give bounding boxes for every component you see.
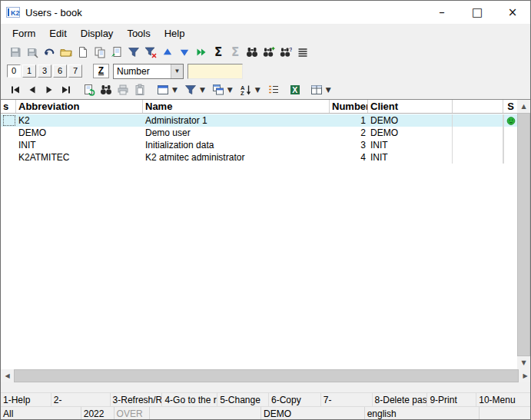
main-toolbar: Σ Σ ?	[1, 42, 530, 62]
column-header-name[interactable]: Name	[143, 100, 330, 113]
binoculars-add-icon[interactable]	[261, 45, 277, 61]
paste-icon[interactable]	[131, 81, 148, 98]
fkey-1-help[interactable]: 1-Help	[1, 393, 51, 406]
page-tab-3[interactable]: 3	[38, 64, 51, 78]
column-header-client[interactable]: Client	[368, 100, 453, 113]
sort-select-button[interactable]: AZ ▼	[237, 81, 261, 98]
status-year: 2022	[81, 407, 114, 419]
move-down-icon[interactable]	[176, 45, 193, 61]
form-select-button[interactable]: ▼	[210, 81, 233, 98]
fkey-10-menu[interactable]: 10-Menu	[476, 393, 530, 406]
scroll-down-icon[interactable]: ▼	[517, 356, 530, 369]
sum-icon[interactable]: Σ	[210, 45, 227, 61]
find-icon[interactable]	[98, 81, 114, 98]
fkey-5-change[interactable]: 5-Change	[217, 393, 269, 406]
column-header-s[interactable]: s	[1, 100, 16, 113]
menu-bar: Form Edit Display Tools Help	[1, 24, 530, 42]
focus-rect	[4, 116, 15, 125]
column-header-status[interactable]: S	[503, 100, 519, 113]
k2-app-icon: K2	[6, 6, 20, 18]
page-tab-1[interactable]: 1	[22, 64, 36, 78]
chevron-down-icon: ▼	[227, 86, 233, 94]
menu-form[interactable]: Form	[5, 25, 42, 41]
sort-z-button[interactable]: Z	[93, 64, 109, 78]
export-excel-button[interactable]: X	[287, 81, 304, 98]
open-folder-icon[interactable]	[58, 45, 75, 61]
save-record-icon[interactable]	[24, 45, 41, 61]
cell-blank	[453, 114, 503, 127]
table-row[interactable]: DEMO Demo user 2 DEMO	[1, 127, 519, 139]
scroll-right-icon[interactable]: ▶	[519, 369, 531, 382]
page-tab-7[interactable]: 7	[68, 64, 82, 78]
quick-search-input[interactable]	[188, 64, 243, 79]
fkey-3-refresh[interactable]: 3-Refresh/Re	[111, 393, 163, 406]
refresh-record-icon[interactable]	[81, 81, 98, 98]
chevron-down-icon: ▼	[326, 86, 331, 94]
svg-text:X: X	[292, 85, 297, 94]
prev-record-icon[interactable]	[24, 81, 41, 98]
scroll-left-icon[interactable]: ◀	[1, 369, 14, 382]
fkey-9-print[interactable]: 9-Print	[427, 393, 476, 406]
cancel-filter-icon[interactable]	[142, 45, 159, 61]
fkey-8-delete[interactable]: 8-Delete pass	[373, 393, 428, 406]
view-select-button[interactable]: ▼	[154, 81, 178, 98]
vertical-scroll-thumb[interactable]	[517, 113, 530, 356]
cell-status	[503, 114, 519, 127]
menu-tools[interactable]: Tools	[120, 25, 157, 41]
page-tab-0[interactable]: 0	[7, 64, 21, 78]
insert-record-icon[interactable]	[108, 45, 125, 61]
cell-client: DEMO	[368, 127, 453, 139]
cell-number: 4	[330, 151, 368, 164]
save-icon[interactable]	[7, 45, 24, 61]
cell-client: DEMO	[368, 114, 453, 127]
filter-select-button[interactable]: ▼	[182, 81, 205, 98]
next-record-icon[interactable]	[41, 81, 58, 98]
field-selector-value: Number	[114, 66, 171, 77]
table-row[interactable]: K2 Administrator 1 1 DEMO	[1, 114, 519, 127]
print-icon[interactable]	[114, 81, 131, 98]
binoculars-icon[interactable]	[244, 45, 261, 61]
grid-options-button[interactable]: ▼	[308, 81, 331, 98]
menu-display[interactable]: Display	[74, 25, 121, 41]
record-nav-group	[7, 81, 75, 98]
minimize-button[interactable]: –	[424, 1, 460, 24]
page-tab-6[interactable]: 6	[53, 64, 67, 78]
cell-number: 1	[330, 114, 368, 127]
new-record-icon[interactable]	[75, 45, 91, 61]
menu-help[interactable]: Help	[158, 25, 192, 41]
table-row[interactable]: K2ATMITEC K2 atmitec administrator 4 INI…	[1, 151, 519, 164]
scroll-up-icon[interactable]: ▲	[517, 100, 530, 113]
menu-list-icon[interactable]	[294, 45, 311, 61]
horizontal-scrollbar[interactable]: ◀ ▶	[1, 369, 531, 382]
vertical-scrollbar[interactable]: ▲ ▼	[517, 100, 530, 369]
table-row[interactable]: INIT Initialization data 3 INIT	[1, 139, 519, 151]
undo-icon[interactable]	[41, 45, 58, 61]
confirm-icon[interactable]	[193, 45, 210, 61]
copy-record-icon[interactable]	[91, 45, 108, 61]
filter-icon[interactable]	[125, 45, 142, 61]
move-up-icon[interactable]	[159, 45, 176, 61]
menu-edit[interactable]: Edit	[42, 25, 73, 41]
horizontal-scroll-thumb[interactable]	[14, 369, 519, 382]
list-options-button[interactable]	[265, 81, 282, 98]
fkey-4-goto[interactable]: 4-Go to the re	[162, 393, 217, 406]
cell-status	[503, 151, 519, 164]
record-pointer-cell	[1, 139, 16, 151]
first-record-icon[interactable]	[7, 81, 24, 98]
column-header-blank	[453, 100, 503, 113]
fkey-2[interactable]: 2-	[51, 393, 111, 406]
column-header-number[interactable]: Number	[330, 100, 368, 113]
sum-disabled-icon[interactable]: Σ	[227, 45, 244, 61]
chevron-down-icon[interactable]: ▼	[171, 64, 183, 78]
cell-client: INIT	[368, 139, 453, 151]
fkey-7[interactable]: 7-	[321, 393, 373, 406]
last-record-icon[interactable]	[58, 81, 75, 98]
binoculars-help-icon[interactable]: ?	[277, 45, 294, 61]
cell-abbreviation: K2	[16, 114, 143, 127]
cell-name: K2 atmitec administrator	[143, 151, 330, 164]
fkey-6-copy[interactable]: 6-Copy	[269, 393, 321, 406]
field-selector-combobox[interactable]: Number ▼	[113, 64, 184, 79]
close-button[interactable]: ×	[495, 1, 530, 24]
maximize-button[interactable]: □	[460, 1, 495, 24]
column-header-abbreviation[interactable]: Abbreviation	[16, 100, 143, 113]
